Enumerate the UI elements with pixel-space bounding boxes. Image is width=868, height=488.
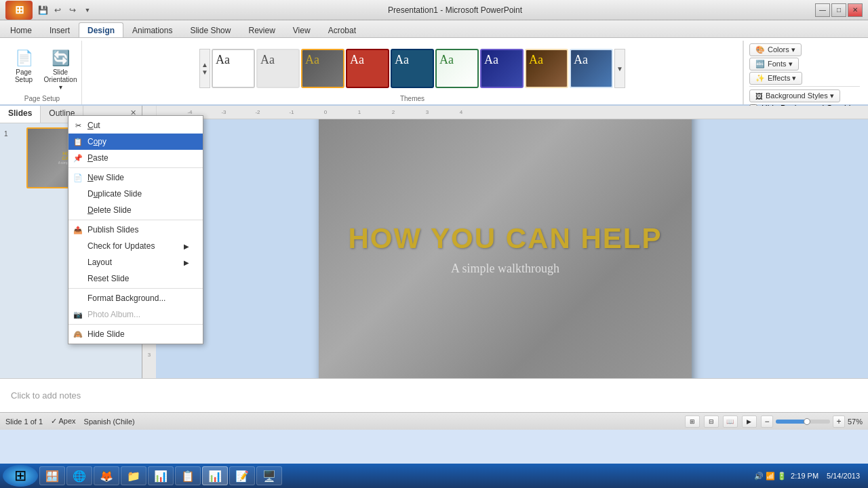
slideshow-button[interactable]: ▶ xyxy=(742,415,757,428)
ctx-sep-3 xyxy=(68,288,203,289)
tab-review[interactable]: Review xyxy=(239,22,283,37)
taskbar-monitor[interactable]: 🖥️ xyxy=(256,466,282,485)
themes-label: Themes xyxy=(400,94,425,104)
files-icon: 📁 xyxy=(127,470,140,483)
duplicate-icon xyxy=(73,188,83,199)
taskbar-clipboard[interactable]: 📋 xyxy=(175,466,201,485)
undo-button[interactable]: ↩ xyxy=(50,3,65,18)
theme-5[interactable]: Aa xyxy=(435,49,479,88)
theme-default[interactable]: Aa xyxy=(212,49,255,88)
theme-6[interactable]: Aa xyxy=(480,49,524,88)
ctx-publish-slides[interactable]: 📤 Publish Slides xyxy=(68,222,203,238)
tab-slideshow[interactable]: Slide Show xyxy=(181,22,239,37)
reading-view-button[interactable]: 📖 xyxy=(723,415,738,428)
ctx-layout[interactable]: Layout ▶ xyxy=(68,254,203,270)
zoom-thumb[interactable] xyxy=(804,418,810,425)
ctx-paste[interactable]: 📌 Paste xyxy=(68,150,203,166)
svg-text:2: 2 xyxy=(392,109,395,115)
save-button[interactable]: 💾 xyxy=(35,3,50,18)
tab-acrobat[interactable]: Acrobat xyxy=(319,22,365,37)
hide-slide-icon: 🙈 xyxy=(73,329,83,340)
taskbar-word[interactable]: 📝 xyxy=(229,466,255,485)
office-button[interactable]: ⊞ xyxy=(5,1,33,20)
effects-button[interactable]: ✨ Effects ▾ xyxy=(749,72,802,85)
taskbar-excel[interactable]: 📊 xyxy=(148,466,174,485)
svg-text:-2: -2 xyxy=(255,109,260,115)
svg-text:4: 4 xyxy=(460,109,463,115)
ctx-hide-slide[interactable]: 🙈 Hide Slide xyxy=(68,326,203,342)
ctx-new-slide[interactable]: 📄 New Slide xyxy=(68,169,203,186)
zoom-in-button[interactable]: + xyxy=(833,415,845,428)
themes-scroll-down[interactable]: ▼ xyxy=(614,49,625,88)
theme-8[interactable]: Aa xyxy=(570,49,613,88)
effects-label: Effects ▾ xyxy=(768,74,796,83)
theme-1[interactable]: Aa xyxy=(256,49,300,88)
ctx-sep-1 xyxy=(68,167,203,168)
themes-items: ▲▼ Aa Aa Aa Aa xyxy=(199,41,625,94)
photo-album-icon: 📷 xyxy=(73,309,83,320)
theme-7[interactable]: Aa xyxy=(525,49,568,88)
close-button[interactable]: ✕ xyxy=(848,3,863,17)
slide-canvas[interactable]: HOW YOU CAN HELP A simple walkthrough xyxy=(319,119,692,378)
themes-scroll-up[interactable]: ▲▼ xyxy=(199,49,210,88)
zoom-slider[interactable] xyxy=(776,420,830,424)
right-row-2: 🔤 Fonts ▾ xyxy=(749,58,860,70)
tab-view[interactable]: View xyxy=(284,22,319,37)
chrome-icon: 🌐 xyxy=(73,470,86,483)
taskbar-explorer[interactable]: 🪟 xyxy=(39,466,65,485)
language: Spanish (Chile) xyxy=(84,418,135,426)
colors-button[interactable]: 🎨 Colors ▾ xyxy=(749,43,802,56)
theme-4[interactable]: Aa xyxy=(391,49,434,88)
ctx-sep-4 xyxy=(68,324,203,325)
svg-text:1: 1 xyxy=(358,109,361,115)
ribbon-section-themes: ▲▼ Aa Aa Aa Aa xyxy=(82,41,743,104)
fonts-button[interactable]: 🔤 Fonts ▾ xyxy=(749,58,799,70)
taskbar-files[interactable]: 📁 xyxy=(121,466,146,485)
taskbar-powerpoint[interactable]: 📊 xyxy=(202,466,228,485)
svg-text:-1: -1 xyxy=(289,109,294,115)
clipboard-icon: 📋 xyxy=(181,470,195,483)
horizontal-ruler: -4 -3 -2 -1 0 1 2 3 4 xyxy=(142,106,868,119)
ctx-reset-slide[interactable]: Reset Slide xyxy=(68,270,203,287)
tab-insert[interactable]: Insert xyxy=(41,22,79,37)
ctx-copy[interactable]: 📋 Copy xyxy=(68,134,203,150)
taskbar-chrome[interactable]: 🌐 xyxy=(66,466,92,485)
ctx-duplicate-slide[interactable]: Duplicate Slide xyxy=(68,186,203,202)
theme-2[interactable]: Aa xyxy=(301,49,344,88)
redo-button[interactable]: ↪ xyxy=(65,3,80,18)
slide-orientation-icon: 🔄 xyxy=(52,49,70,67)
slide-orientation-button[interactable]: 🔄 SlideOrientation ▾ xyxy=(43,46,77,91)
ctx-cut[interactable]: ✂ Cut xyxy=(68,117,203,134)
page-setup-icon: 📄 xyxy=(15,49,33,67)
status-bar: Slide 1 of 1 ✓ Apex Spanish (Chile) ⊞ ⊟ … xyxy=(0,412,868,430)
zoom-out-button[interactable]: − xyxy=(761,415,773,428)
theme-3[interactable]: Aa xyxy=(346,49,389,88)
fonts-icon: 🔤 xyxy=(755,60,765,68)
ctx-format-bg[interactable]: Format Background... xyxy=(68,290,203,306)
powerpoint-icon: 📊 xyxy=(208,470,222,483)
notes-placeholder: Click to add notes xyxy=(11,390,81,401)
new-slide-icon: 📄 xyxy=(73,172,83,183)
normal-view-button[interactable]: ⊞ xyxy=(685,415,700,428)
ctx-check-updates[interactable]: Check for Updates ▶ xyxy=(68,238,203,254)
background-styles-button[interactable]: 🖼 Background Styles ▾ xyxy=(749,89,840,102)
tab-home[interactable]: Home xyxy=(1,22,41,37)
slide-sorter-button[interactable]: ⊟ xyxy=(704,415,719,428)
slide-number: 1 xyxy=(4,130,8,138)
customize-qa-button[interactable]: ▼ xyxy=(80,3,95,18)
page-setup-button[interactable]: 📄 PageSetup xyxy=(7,46,41,91)
svg-text:0: 0 xyxy=(324,109,328,115)
zoom-control: − + 57% xyxy=(761,415,863,428)
ctx-delete-slide[interactable]: Delete Slide xyxy=(68,202,203,218)
slides-tab[interactable]: Slides xyxy=(0,106,41,123)
start-button[interactable]: ⊞ xyxy=(3,465,38,487)
word-icon: 📝 xyxy=(235,470,249,483)
notes-area[interactable]: Click to add notes xyxy=(0,378,868,412)
tab-design[interactable]: Design xyxy=(79,22,123,37)
maximize-button[interactable]: □ xyxy=(831,3,846,17)
pagesetup-label: Page Setup xyxy=(24,94,60,104)
taskbar-firefox[interactable]: 🦊 xyxy=(94,466,119,485)
zoom-fill xyxy=(776,420,807,424)
tab-animations[interactable]: Animations xyxy=(123,22,181,37)
minimize-button[interactable]: — xyxy=(815,3,830,17)
